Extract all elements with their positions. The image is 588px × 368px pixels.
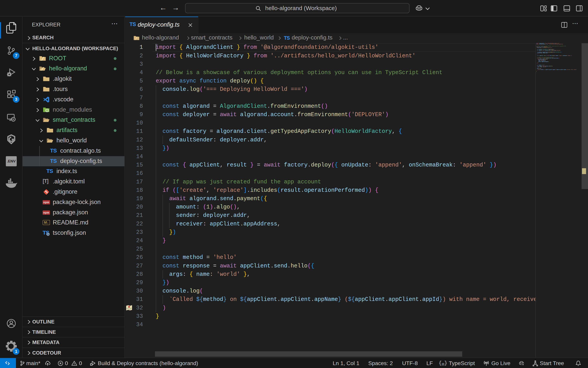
svg-text:js: js (46, 110, 48, 111)
